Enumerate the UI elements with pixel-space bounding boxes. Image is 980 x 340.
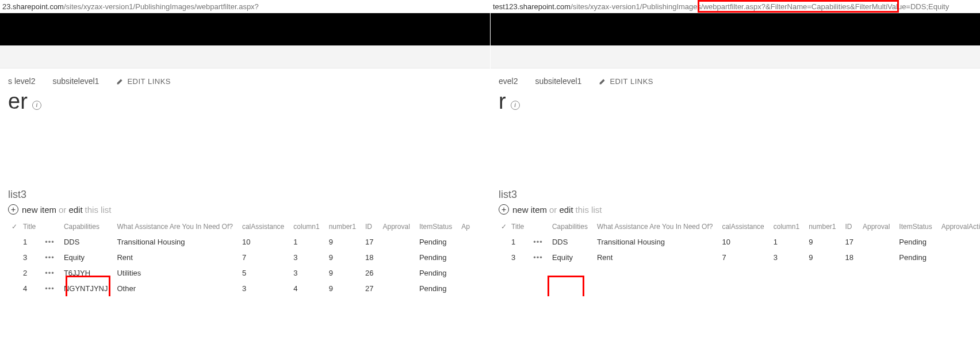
cell-title: 1 — [509, 234, 531, 250]
cell-itemstatus: Pending — [417, 250, 459, 265]
ribbon-gap — [0, 45, 490, 68]
ellipsis-icon[interactable]: ••• — [45, 284, 55, 293]
cell-assistance: Rent — [114, 250, 239, 265]
plus-icon[interactable]: + — [499, 204, 509, 215]
cell-itemstatus: Pending — [417, 234, 459, 250]
cell-approval — [381, 250, 417, 265]
ellipsis-icon[interactable]: ••• — [533, 238, 543, 246]
row-select[interactable] — [499, 234, 509, 250]
ellipsis-icon[interactable]: ••• — [45, 238, 55, 246]
table-header-row: ✓ Title Capabilities What Assistance Are… — [8, 220, 477, 234]
edit-list-link[interactable]: edit — [68, 205, 82, 215]
highlight-capabilities-left — [66, 276, 110, 296]
table-row[interactable]: 3•••EquityRent73918Pending — [499, 250, 980, 265]
cell-number1: 9 — [327, 265, 363, 281]
address-bar-left[interactable]: 23.sharepoint.com/sites/xyzax-version1/P… — [0, 0, 490, 13]
table-row[interactable]: 1•••DDSTransitional Housing101917Pending — [8, 234, 477, 250]
row-select[interactable] — [8, 250, 21, 265]
edit-links-button[interactable]: EDIT LINKS — [599, 77, 653, 86]
col-select[interactable]: ✓ — [499, 220, 509, 234]
col-itemstatus[interactable]: ItemStatus — [417, 220, 459, 234]
ellipsis-icon[interactable]: ••• — [45, 269, 55, 277]
col-title[interactable]: Title — [509, 220, 531, 234]
url-host: 23.sharepoint.com — [2, 2, 64, 11]
info-icon[interactable]: i — [32, 101, 41, 110]
col-column1[interactable]: column1 — [771, 220, 806, 234]
col-itemstatus[interactable]: ItemStatus — [897, 220, 939, 234]
cell-number1: 9 — [806, 250, 843, 265]
new-item-link[interactable]: new item — [512, 205, 547, 215]
ribbon-gap — [491, 45, 980, 68]
cell-id: 27 — [363, 281, 380, 296]
ellipsis-icon[interactable]: ••• — [533, 253, 543, 262]
cell-calassist: 5 — [240, 265, 291, 281]
col-calassist[interactable]: calAssistance — [719, 220, 771, 234]
nav-crumb-2[interactable]: subsitelevel1 — [535, 77, 581, 86]
cell-capabilities: DDS — [550, 234, 595, 250]
col-id[interactable]: ID — [843, 220, 860, 234]
col-assistance[interactable]: What Assistance Are You In Need Of? — [595, 220, 719, 234]
row-menu[interactable]: ••• — [43, 265, 62, 281]
col-approvalby[interactable]: ApprovalActionBy — [939, 220, 980, 234]
pencil-icon — [599, 78, 606, 85]
cell-number1: 9 — [327, 234, 363, 250]
top-nav: evel2 subsitelevel1 EDIT LINKS — [499, 68, 980, 89]
col-capabilities[interactable]: Capabilities — [62, 220, 115, 234]
table-row[interactable]: 3•••EquityRent73918Pending — [8, 250, 477, 265]
new-item-link[interactable]: new item — [22, 205, 56, 215]
col-id[interactable]: ID — [363, 220, 380, 234]
cell-itemstatus: Pending — [417, 265, 459, 281]
cell-itemstatus: Pending — [897, 234, 939, 250]
info-icon[interactable]: i — [511, 101, 520, 110]
plus-icon[interactable]: + — [8, 204, 18, 215]
cell-capabilities: Equity — [62, 250, 115, 265]
col-approval[interactable]: Approval — [381, 220, 417, 234]
cell-calassist: 7 — [240, 250, 291, 265]
col-number1[interactable]: number1 — [806, 220, 843, 234]
col-menu — [531, 220, 550, 234]
col-calassist[interactable]: calAssistance — [240, 220, 291, 234]
new-item-line: + new item or edit this list — [8, 204, 490, 215]
col-column1[interactable]: column1 — [291, 220, 326, 234]
address-bar-right[interactable]: test123.sharepoint.com/sites/xyzax-versi… — [491, 0, 980, 13]
panel-right: test123.sharepoint.com/sites/xyzax-versi… — [490, 0, 980, 296]
ellipsis-icon[interactable]: ••• — [45, 253, 55, 262]
highlight-url-params — [698, 0, 899, 13]
col-approval[interactable]: Approval — [860, 220, 897, 234]
row-select[interactable] — [8, 234, 21, 250]
col-trunc[interactable]: Ap — [459, 220, 477, 234]
row-select[interactable] — [8, 265, 21, 281]
col-select[interactable]: ✓ — [8, 220, 21, 234]
row-select[interactable] — [8, 281, 21, 296]
row-menu[interactable]: ••• — [43, 250, 62, 265]
row-menu[interactable]: ••• — [531, 250, 550, 265]
col-number1[interactable]: number1 — [327, 220, 363, 234]
suite-bar — [0, 13, 490, 45]
page-title: er i — [8, 89, 490, 120]
edit-list-link[interactable]: edit — [559, 205, 573, 215]
row-menu[interactable]: ••• — [43, 234, 62, 250]
top-nav: s level2 subsitelevel1 EDIT LINKS — [8, 68, 490, 89]
cell-assistance: Transitional Housing — [595, 234, 719, 250]
cell-column1: 4 — [291, 281, 326, 296]
table-row[interactable]: 1•••DDSTransitional Housing101917Pending — [499, 234, 980, 250]
cell-title: 3 — [21, 250, 43, 265]
cell-itemstatus: Pending — [897, 250, 939, 265]
row-select[interactable] — [499, 250, 509, 265]
row-menu[interactable]: ••• — [43, 281, 62, 296]
cell-itemstatus: Pending — [417, 281, 459, 296]
cell-column1: 3 — [291, 265, 326, 281]
col-capabilities[interactable]: Capabilities — [550, 220, 595, 234]
nav-crumb-2[interactable]: subsitelevel1 — [52, 77, 99, 86]
list-title: list3 — [8, 189, 490, 201]
cell-assistance: Utilities — [114, 265, 239, 281]
col-assistance[interactable]: What Assistance Are You In Need Of? — [114, 220, 239, 234]
edit-links-button[interactable]: EDIT LINKS — [116, 77, 171, 86]
col-menu — [43, 220, 62, 234]
row-menu[interactable]: ••• — [531, 234, 550, 250]
nav-crumb-1[interactable]: evel2 — [499, 77, 518, 86]
cell-capabilities: Equity — [550, 250, 595, 265]
col-title[interactable]: Title — [21, 220, 43, 234]
cell-approval — [860, 250, 897, 265]
nav-crumb-1[interactable]: s level2 — [8, 77, 35, 86]
